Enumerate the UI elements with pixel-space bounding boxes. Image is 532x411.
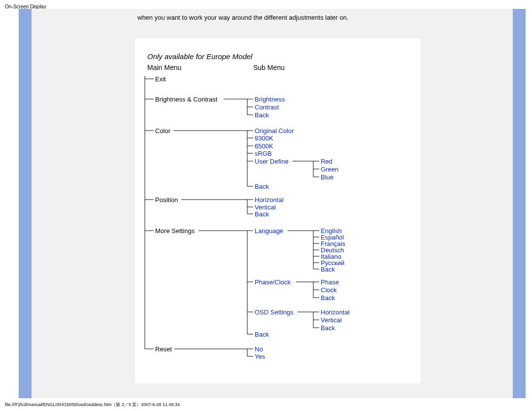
right-decorative-bar	[513, 9, 526, 398]
content-area: when you want to work your way around th…	[32, 9, 513, 398]
osd-vertical: Vertical	[321, 316, 342, 324]
sub-srgb: sRGB	[255, 150, 272, 157]
lang-back: Back	[321, 266, 335, 273]
osd-back: Back	[321, 324, 335, 332]
sub-back-1: Back	[255, 111, 269, 119]
sub-user-define: User Define	[255, 158, 289, 165]
left-decorative-bar	[19, 9, 32, 398]
footer-path: file:///F|/lcd/manual/ENGLISH/150S8/osd/…	[5, 402, 180, 408]
main-position: Position	[155, 196, 178, 204]
main-exit: Exit	[155, 75, 166, 83]
sub-green: Green	[321, 166, 338, 173]
sub-brightness: Brightness	[255, 96, 285, 103]
main-brightness-contrast: Brightness & Contrast	[155, 96, 217, 103]
sub-phase-clock: Phase/Clock	[255, 278, 291, 286]
sub-vertical-1: Vertical	[255, 204, 276, 211]
sub-red: Red	[321, 158, 332, 165]
sub-6500k: 6500K	[255, 142, 273, 150]
sub-contrast: Contrast	[255, 103, 279, 111]
pc-back: Back	[321, 294, 335, 302]
sub-osd-settings: OSD Settings	[255, 308, 294, 316]
osd-horizontal: Horizontal	[321, 308, 350, 316]
pc-phase: Phase	[321, 278, 339, 286]
main-more-settings: More Settings	[155, 227, 195, 235]
main-reset: Reset	[155, 345, 172, 353]
sub-blue: Blue	[321, 173, 333, 181]
reset-yes: Yes	[255, 353, 265, 360]
sub-back-2: Back	[255, 183, 269, 190]
intro-text: when you want to work your way around th…	[137, 14, 348, 21]
tree-lines	[135, 38, 421, 383]
sub-horizontal-1: Horizontal	[255, 196, 284, 204]
sub-back-4: Back	[255, 331, 269, 338]
main-color: Color	[155, 127, 170, 135]
osd-tree-diagram: Only available for Europe Model Main Men…	[135, 38, 421, 383]
sub-back-3: Back	[255, 210, 269, 218]
pc-clock: Clock	[321, 286, 337, 294]
sub-9300k: 9300K	[255, 135, 273, 142]
reset-no: No	[255, 345, 263, 353]
sub-language: Language	[255, 227, 283, 235]
sub-original-color: Original Color	[255, 127, 294, 135]
